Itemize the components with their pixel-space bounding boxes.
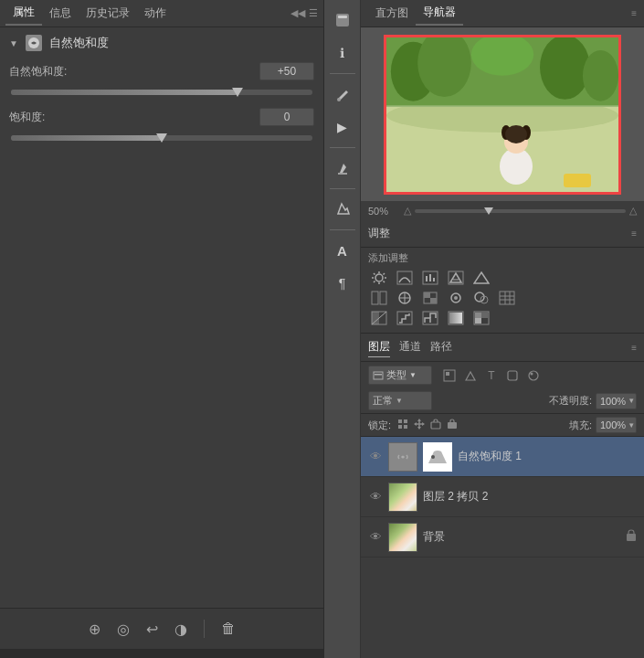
layer-row-copy2[interactable]: 👁 图层 2 拷贝 2 — [361, 477, 644, 517]
tab-scroll-left[interactable]: ◀◀ — [290, 7, 305, 19]
svg-rect-71 — [398, 425, 402, 429]
tool-sep-1 — [330, 73, 355, 74]
undo-button[interactable]: ↩ — [146, 621, 158, 638]
tab-histogram[interactable]: 直方图 — [368, 2, 416, 25]
tab-menu[interactable]: ☰ — [309, 7, 318, 19]
layer-type-btn-icon[interactable]: T — [483, 367, 500, 384]
layer-eye-background[interactable]: 👁 — [368, 530, 383, 544]
nav-slider-thumb[interactable] — [484, 207, 493, 215]
vibrance-slider-track[interactable] — [11, 90, 312, 95]
svg-rect-62 — [374, 372, 383, 379]
play-tool[interactable]: ▶ — [328, 112, 357, 142]
tool-sep-4 — [330, 229, 355, 230]
fill-input[interactable]: 100% ▼ — [596, 417, 637, 433]
type-tool[interactable]: A — [328, 236, 357, 265]
adj-brightness-icon[interactable] — [368, 269, 390, 287]
opacity-input[interactable]: 100% ▼ — [596, 393, 637, 409]
saturation-slider-track[interactable] — [11, 135, 312, 141]
layer-eye-copy2[interactable]: 👁 — [368, 490, 383, 504]
opacity-arrow: ▼ — [628, 397, 635, 405]
tab-info[interactable]: 信息 — [42, 2, 79, 25]
info-tool[interactable]: ℹ — [328, 38, 357, 68]
layer-adjust-icon[interactable] — [462, 367, 479, 384]
adjustments-title: 调整 — [368, 226, 390, 241]
adj-gradient-icon[interactable] — [470, 269, 492, 287]
adj-gradient2-icon[interactable] — [445, 309, 467, 327]
adj-colbalance-icon[interactable] — [368, 289, 390, 307]
svg-line-24 — [374, 273, 375, 275]
target-button[interactable]: ⊕ — [89, 621, 100, 638]
brush-tool[interactable] — [328, 80, 357, 109]
stamp-tool[interactable] — [328, 154, 357, 183]
collapse-triangle[interactable]: ▼ — [9, 38, 18, 48]
saturation-row: 饱和度: — [9, 108, 314, 126]
svg-marker-77 — [414, 422, 417, 426]
layer-thumb-vibrance — [423, 442, 452, 472]
props-content: ▼ 自然饱和度 自然饱和度: 饱和度: — [0, 27, 323, 608]
svg-rect-2 — [338, 16, 347, 18]
visibility-button[interactable]: ◑ — [174, 621, 187, 638]
adj-grid-icon[interactable] — [496, 289, 518, 307]
nav-slider[interactable] — [415, 209, 626, 213]
adjustments-menu[interactable]: ≡ — [631, 228, 637, 239]
tab-layers[interactable]: 图层 — [368, 337, 390, 357]
tab-actions[interactable]: 动作 — [137, 2, 174, 25]
svg-point-8 — [583, 49, 618, 101]
layer-filter-select[interactable]: 类型 ▼ — [368, 366, 432, 385]
saturation-label: 饱和度: — [9, 110, 82, 125]
adj-threshold-icon[interactable] — [419, 309, 441, 327]
opacity-group: 不透明度: 100% ▼ — [549, 393, 637, 409]
lock-move-icon[interactable] — [413, 418, 426, 432]
adj-posterize-icon[interactable] — [394, 309, 416, 327]
adj-levels-icon[interactable] — [419, 269, 441, 287]
lock-pixels-icon[interactable] — [396, 418, 409, 432]
adj-hsl-icon[interactable] — [394, 289, 416, 307]
blend-mode-select[interactable]: 正常 ▼ — [368, 391, 432, 410]
layer-row-vibrance[interactable]: 👁 自然饱和度 1 — [361, 437, 644, 477]
adj-colorlookup-icon[interactable] — [419, 289, 441, 307]
layer-eye-vibrance[interactable]: 👁 — [368, 450, 383, 463]
adj-selectcolor-icon[interactable] — [470, 309, 492, 327]
para-tool[interactable]: ¶ — [328, 269, 357, 298]
adj-channelmixer-icon[interactable] — [470, 289, 492, 307]
layer-row-background[interactable]: 👁 背景 — [361, 517, 644, 557]
delete-button[interactable]: 🗑 — [221, 621, 236, 637]
layers-menu-icon[interactable]: ≡ — [631, 343, 637, 353]
svg-rect-63 — [375, 374, 382, 376]
tab-navigator[interactable]: 导航器 — [416, 1, 463, 26]
saturation-slider-fill — [11, 135, 162, 141]
nav-zoom-in[interactable]: △ — [629, 205, 637, 217]
svg-rect-65 — [446, 372, 449, 376]
lock-all-icon[interactable] — [446, 418, 459, 432]
tab-history[interactable]: 历史记录 — [79, 2, 137, 25]
filter-arrow: ▼ — [409, 371, 417, 379]
layer-lock-icon-background — [626, 529, 637, 545]
adj-photofilter-icon[interactable] — [445, 289, 467, 307]
nav-zoom-out[interactable]: △ — [404, 205, 411, 217]
svg-rect-59 — [475, 313, 481, 318]
adj-exposure-icon[interactable] — [445, 269, 467, 287]
adj-curves-icon[interactable] — [394, 269, 416, 287]
tab-channels[interactable]: 通道 — [399, 337, 421, 357]
blend-arrow: ▼ — [396, 397, 403, 405]
layer-shape-icon[interactable] — [504, 367, 521, 384]
vibrance-slider-thumb[interactable] — [232, 88, 243, 97]
lock-artboard-icon[interactable] — [429, 418, 442, 432]
eye-toggle-button[interactable]: ◎ — [117, 621, 130, 638]
adjust-target-tool[interactable] — [328, 195, 357, 224]
saturation-slider-thumb[interactable] — [156, 133, 167, 143]
bottom-toolbar: ⊕ ◎ ↩ ◑ 🗑 — [0, 608, 323, 649]
tab-properties[interactable]: 属性 — [5, 1, 42, 26]
vibrance-input[interactable] — [259, 62, 314, 80]
tab-paths[interactable]: 路径 — [430, 337, 452, 357]
adj-invert-icon[interactable] — [368, 309, 390, 327]
layer-pixel-icon[interactable] — [441, 367, 458, 384]
saturation-input[interactable] — [259, 108, 314, 126]
left-panel: 属性 信息 历史记录 动作 ◀◀ ☰ ▼ 自然饱和度 自然饱和度: — [0, 0, 324, 658]
panel-menu-icon[interactable]: ≡ — [631, 8, 637, 18]
svg-rect-42 — [430, 298, 437, 303]
layers3d-tool[interactable] — [328, 5, 357, 35]
layer-effect-icon[interactable] — [525, 367, 542, 384]
svg-rect-80 — [448, 422, 457, 429]
layers-tabs: 图层 通道 路径 — [368, 337, 452, 357]
